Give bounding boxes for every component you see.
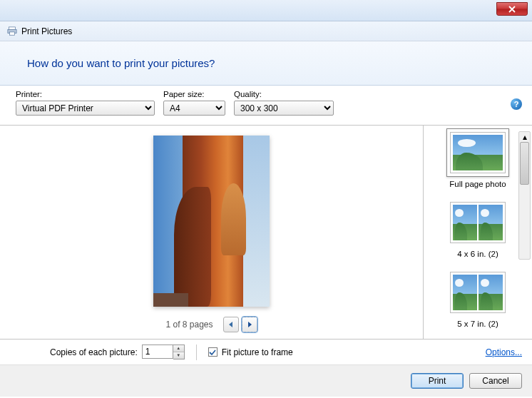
help-button[interactable]: ?	[511, 98, 522, 110]
next-page-button[interactable]	[242, 317, 257, 332]
header-row: Print Pictures	[0, 21, 532, 41]
cancel-button[interactable]: Cancel	[469, 373, 522, 389]
divider	[196, 345, 197, 360]
layout-sidebar: Full page photo4 x 6 in. (2)5 x 7 in. (2…	[424, 126, 532, 339]
close-icon	[508, 6, 516, 13]
layout-label: Full page photo	[449, 180, 506, 188]
options-link[interactable]: Options...	[486, 347, 522, 357]
options-row: Copies of each picture: ▲ ▼ Fit picture …	[0, 340, 532, 365]
svg-rect-2	[10, 31, 15, 34]
action-row: Print Cancel	[0, 365, 532, 397]
prev-page-button[interactable]	[223, 317, 239, 332]
layout-scrollbar[interactable]: ▴	[518, 131, 531, 260]
quality-select[interactable]: 300 x 300	[234, 101, 334, 116]
layout-label: 5 x 7 in. (2)	[457, 320, 498, 328]
copies-down-button[interactable]: ▼	[173, 352, 184, 359]
banner-text: How do you want to print your pictures?	[27, 57, 215, 69]
main-area: 1 of 8 pages Full page photo4 x 6 in. (2…	[0, 126, 532, 340]
pager: 1 of 8 pages	[165, 317, 257, 332]
fit-to-frame-checkbox[interactable]	[208, 347, 218, 357]
layout-option[interactable]: Full page photo	[424, 128, 532, 188]
instruction-banner: How do you want to print your pictures?	[0, 41, 532, 86]
copies-up-button[interactable]: ▲	[173, 345, 184, 352]
preview-pane: 1 of 8 pages	[0, 126, 424, 339]
scroll-up-icon[interactable]: ▴	[519, 132, 530, 141]
layout-option[interactable]: 4 x 6 in. (2)	[424, 198, 532, 258]
quality-label: Quality:	[234, 90, 334, 98]
close-button[interactable]	[496, 2, 528, 16]
printer-label: Printer:	[16, 90, 155, 98]
preview-image	[153, 136, 270, 307]
fit-to-frame-label: Fit picture to frame	[222, 347, 293, 357]
printer-icon	[7, 26, 17, 36]
svg-rect-0	[9, 26, 16, 29]
titlebar	[0, 0, 532, 21]
printer-select[interactable]: Virtual PDF Printer	[16, 101, 155, 116]
layout-option[interactable]: 5 x 7 in. (2)	[424, 268, 532, 328]
print-settings-row: Printer: Virtual PDF Printer Paper size:…	[0, 86, 532, 126]
scroll-thumb[interactable]	[520, 142, 529, 185]
pager-text: 1 of 8 pages	[165, 320, 213, 330]
copies-label: Copies of each picture:	[50, 347, 138, 357]
layout-label: 4 x 6 in. (2)	[457, 250, 498, 258]
arrow-left-icon	[227, 320, 235, 329]
arrow-right-icon	[245, 320, 254, 329]
copies-input[interactable]	[142, 345, 173, 359]
copies-spinner[interactable]: ▲ ▼	[142, 345, 185, 359]
paper-size-label: Paper size:	[163, 90, 225, 98]
paper-size-select[interactable]: A4	[163, 101, 225, 116]
print-button[interactable]: Print	[411, 373, 464, 389]
window-title: Print Pictures	[21, 26, 72, 36]
checkmark-icon	[209, 349, 216, 356]
